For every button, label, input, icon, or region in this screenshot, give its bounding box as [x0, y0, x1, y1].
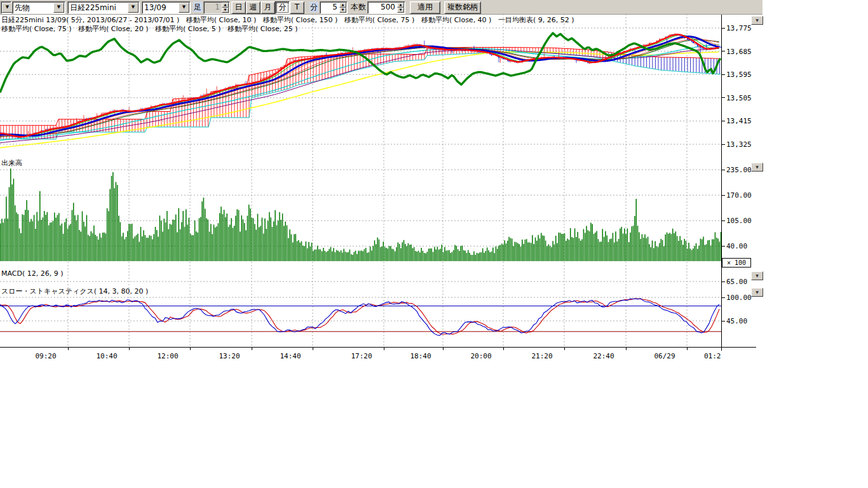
tick-button[interactable]: T: [290, 1, 304, 14]
svg-text:01:2: 01:2: [704, 352, 721, 360]
apply-button[interactable]: 適用: [410, 1, 440, 14]
bar-count-spinner[interactable]: 500 ▲▼: [367, 1, 405, 14]
svg-text:45.00: 45.00: [726, 317, 747, 325]
toolbar: ▼ 先物 ▼ 日経225mini ▼ 13/09 ▼ 足 1 ▲▼ 日 週 月 …: [0, 0, 763, 15]
svg-text:170.00: 170.00: [726, 191, 752, 200]
stoch-d-line: [0, 299, 719, 334]
chevron-down-icon[interactable]: ▼: [179, 3, 189, 13]
chevron-down-icon[interactable]: ▼: [128, 3, 139, 13]
contract-combo-value: 13/09: [142, 3, 178, 13]
blank-combo[interactable]: ▼: [1, 1, 11, 14]
category-combo[interactable]: 先物 ▼: [12, 1, 65, 14]
svg-text:13,775: 13,775: [726, 24, 752, 32]
stoch-panel-menu-button[interactable]: ▼: [751, 288, 763, 297]
bar-interval-value: 1: [204, 2, 221, 13]
symbol-combo[interactable]: 日経225mini ▼: [67, 1, 140, 14]
bar-count-label: 本数: [350, 2, 367, 12]
svg-text:13,325: 13,325: [726, 140, 752, 149]
svg-text:18:40: 18:40: [410, 352, 431, 360]
bar-count-value: 500: [368, 2, 397, 13]
minute-button[interactable]: 分: [275, 1, 290, 14]
multi-symbol-button[interactable]: 複数銘柄: [444, 1, 481, 14]
volume-bars: [1, 168, 721, 261]
svg-text:22:40: 22:40: [593, 352, 614, 360]
minute-value: 5: [320, 2, 339, 13]
chart-region: 13,77513,68513,59513,50513,41513,325235.…: [0, 0, 763, 369]
svg-text:14:40: 14:40: [280, 352, 301, 360]
svg-text:13:20: 13:20: [219, 352, 240, 360]
spinner-arrows-icon[interactable]: ▲▼: [339, 3, 346, 13]
chart-application-window: 13,77513,68513,59513,50513,41513,325235.…: [0, 0, 763, 369]
svg-text:235.00: 235.00: [726, 166, 752, 174]
ma150-line: [0, 52, 719, 148]
grid-lines: [0, 14, 721, 347]
minute-unit-label: 分: [309, 2, 318, 12]
svg-text:12:00: 12:00: [157, 352, 178, 360]
stochastics-lines: [0, 299, 719, 336]
minute-spinner[interactable]: 5 ▲▼: [320, 1, 348, 14]
symbol-combo-value: 日経225mini: [68, 3, 127, 13]
svg-text:65.00: 65.00: [726, 278, 747, 286]
svg-text:20:00: 20:00: [470, 352, 491, 360]
ma75-line: [0, 44, 719, 140]
spinner-arrows-icon[interactable]: ▲▼: [397, 3, 404, 13]
bar-type-label: 足: [193, 2, 202, 12]
svg-text:105.00: 105.00: [726, 217, 752, 225]
svg-text:09:20: 09:20: [35, 352, 56, 360]
bar-interval-spinner: 1 ▲▼: [203, 1, 230, 14]
spinner-arrows-icon: ▲▼: [222, 3, 229, 13]
chevron-down-icon[interactable]: ▼: [53, 3, 64, 13]
screen: 13,77513,68513,59513,50513,41513,325235.…: [0, 0, 868, 488]
svg-text:13,595: 13,595: [726, 71, 752, 79]
svg-text:13,505: 13,505: [726, 94, 752, 102]
svg-text:21:20: 21:20: [531, 352, 552, 360]
volume-panel-menu-button[interactable]: ▼: [751, 163, 763, 172]
price-panel-menu-button[interactable]: ▼: [751, 16, 763, 25]
contract-combo[interactable]: 13/09 ▼: [142, 1, 191, 14]
macd-panel-menu-button[interactable]: ▼: [751, 271, 763, 280]
svg-text:06/29: 06/29: [654, 352, 675, 360]
ichimoku-cloud: [0, 48, 721, 139]
candlesticks: [0, 33, 722, 138]
weekly-button[interactable]: 週: [246, 1, 261, 14]
svg-text:10:40: 10:40: [96, 352, 117, 360]
daily-button[interactable]: 日: [231, 1, 246, 14]
svg-text:13,415: 13,415: [726, 117, 752, 125]
stoch-k-line: [0, 299, 719, 336]
category-combo-value: 先物: [13, 3, 53, 13]
svg-text:17:20: 17:20: [351, 352, 372, 360]
svg-text:100.00: 100.00: [726, 294, 752, 302]
chart-canvas: 13,77513,68513,59513,50513,41513,325235.…: [0, 0, 763, 369]
monthly-button[interactable]: 月: [261, 1, 275, 14]
svg-text:13,685: 13,685: [726, 48, 752, 56]
svg-text:40.00: 40.00: [726, 242, 747, 250]
chevron-down-icon[interactable]: ▼: [2, 3, 13, 13]
volume-multiplier-badge: × 100: [722, 258, 751, 268]
